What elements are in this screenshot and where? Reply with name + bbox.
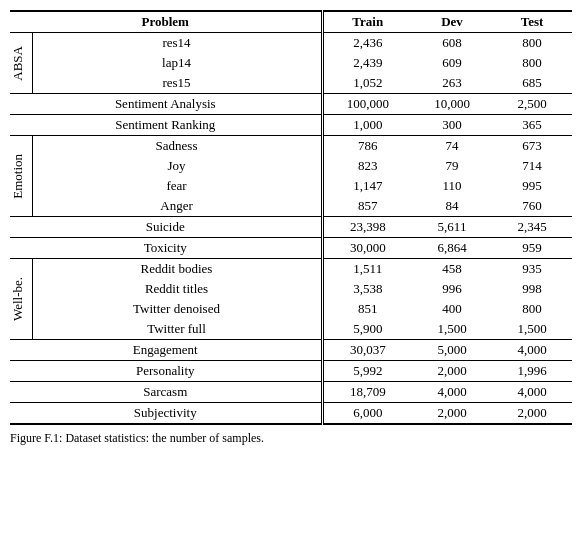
- header-problem: Problem: [10, 11, 322, 33]
- test-value: 1,996: [492, 361, 572, 382]
- dev-value: 1,500: [412, 319, 492, 340]
- problem-name: fear: [32, 176, 322, 196]
- test-value: 4,000: [492, 340, 572, 361]
- problem-name: Anger: [32, 196, 322, 217]
- train-value: 5,900: [322, 319, 412, 340]
- test-value: 760: [492, 196, 572, 217]
- table-row: Suicide23,3985,6112,345: [10, 217, 572, 238]
- test-value: 959: [492, 238, 572, 259]
- test-value: 800: [492, 33, 572, 54]
- table-row: Sarcasm18,7094,0004,000: [10, 382, 572, 403]
- problem-name: Sadness: [32, 136, 322, 157]
- problem-label: Sentiment Analysis: [10, 94, 322, 115]
- dev-value: 608: [412, 33, 492, 54]
- table-row: res151,052263685: [10, 73, 572, 94]
- train-value: 2,439: [322, 53, 412, 73]
- dev-value: 110: [412, 176, 492, 196]
- train-value: 1,511: [322, 259, 412, 280]
- test-value: 685: [492, 73, 572, 94]
- table-row: Reddit titles3,538996998: [10, 279, 572, 299]
- problem-name: Joy: [32, 156, 322, 176]
- table-row: Personality5,9922,0001,996: [10, 361, 572, 382]
- test-value: 1,500: [492, 319, 572, 340]
- table-row: fear1,147110995: [10, 176, 572, 196]
- table-row: Twitter denoised851400800: [10, 299, 572, 319]
- header-dev: Dev: [412, 11, 492, 33]
- dev-value: 6,864: [412, 238, 492, 259]
- train-value: 3,538: [322, 279, 412, 299]
- table-row: Subjectivity6,0002,0002,000: [10, 403, 572, 425]
- table-row: EmotionSadness78674673: [10, 136, 572, 157]
- problem-label: Sarcasm: [10, 382, 322, 403]
- problem-name: Twitter denoised: [32, 299, 322, 319]
- test-value: 998: [492, 279, 572, 299]
- problem-name: res14: [32, 33, 322, 54]
- header-row: Problem Train Dev Test: [10, 11, 572, 33]
- train-value: 823: [322, 156, 412, 176]
- train-value: 30,037: [322, 340, 412, 361]
- table-row: Engagement30,0375,0004,000: [10, 340, 572, 361]
- header-train: Train: [322, 11, 412, 33]
- test-value: 714: [492, 156, 572, 176]
- train-value: 30,000: [322, 238, 412, 259]
- dev-value: 10,000: [412, 94, 492, 115]
- data-table: Problem Train Dev Test ABSAres142,436608…: [10, 10, 572, 425]
- table-row: Sentiment Analysis100,00010,0002,500: [10, 94, 572, 115]
- group-label: Emotion: [10, 136, 32, 217]
- test-value: 2,345: [492, 217, 572, 238]
- table-wrapper: Problem Train Dev Test ABSAres142,436608…: [10, 10, 572, 425]
- dev-value: 2,000: [412, 403, 492, 425]
- dev-value: 5,611: [412, 217, 492, 238]
- table-row: Well-be.Reddit bodies1,511458935: [10, 259, 572, 280]
- header-test: Test: [492, 11, 572, 33]
- test-value: 800: [492, 299, 572, 319]
- train-value: 1,052: [322, 73, 412, 94]
- train-value: 1,147: [322, 176, 412, 196]
- test-value: 673: [492, 136, 572, 157]
- table-row: Sentiment Ranking1,000300365: [10, 115, 572, 136]
- group-label: ABSA: [10, 33, 32, 94]
- table-body: ABSAres142,436608800lap142,439609800res1…: [10, 33, 572, 425]
- problem-name: Twitter full: [32, 319, 322, 340]
- test-value: 2,500: [492, 94, 572, 115]
- dev-value: 263: [412, 73, 492, 94]
- dev-value: 4,000: [412, 382, 492, 403]
- test-value: 4,000: [492, 382, 572, 403]
- dev-value: 300: [412, 115, 492, 136]
- train-value: 851: [322, 299, 412, 319]
- problem-label: Engagement: [10, 340, 322, 361]
- train-value: 5,992: [322, 361, 412, 382]
- dev-value: 74: [412, 136, 492, 157]
- train-value: 2,436: [322, 33, 412, 54]
- dev-value: 458: [412, 259, 492, 280]
- problem-label: Suicide: [10, 217, 322, 238]
- train-value: 6,000: [322, 403, 412, 425]
- problem-label: Subjectivity: [10, 403, 322, 425]
- table-caption: Figure F.1: Dataset statistics: the numb…: [10, 431, 572, 446]
- problem-name: lap14: [32, 53, 322, 73]
- table-row: Toxicity30,0006,864959: [10, 238, 572, 259]
- dev-value: 2,000: [412, 361, 492, 382]
- train-value: 786: [322, 136, 412, 157]
- train-value: 23,398: [322, 217, 412, 238]
- problem-name: Reddit titles: [32, 279, 322, 299]
- test-value: 2,000: [492, 403, 572, 425]
- dev-value: 79: [412, 156, 492, 176]
- table-row: Anger85784760: [10, 196, 572, 217]
- test-value: 800: [492, 53, 572, 73]
- table-row: ABSAres142,436608800: [10, 33, 572, 54]
- train-value: 100,000: [322, 94, 412, 115]
- problem-label: Sentiment Ranking: [10, 115, 322, 136]
- table-row: Joy82379714: [10, 156, 572, 176]
- table-row: Twitter full5,9001,5001,500: [10, 319, 572, 340]
- test-value: 365: [492, 115, 572, 136]
- dev-value: 996: [412, 279, 492, 299]
- train-value: 18,709: [322, 382, 412, 403]
- dev-value: 609: [412, 53, 492, 73]
- problem-name: Reddit bodies: [32, 259, 322, 280]
- test-value: 995: [492, 176, 572, 196]
- train-value: 857: [322, 196, 412, 217]
- dev-value: 84: [412, 196, 492, 217]
- problem-name: res15: [32, 73, 322, 94]
- group-label: Well-be.: [10, 259, 32, 340]
